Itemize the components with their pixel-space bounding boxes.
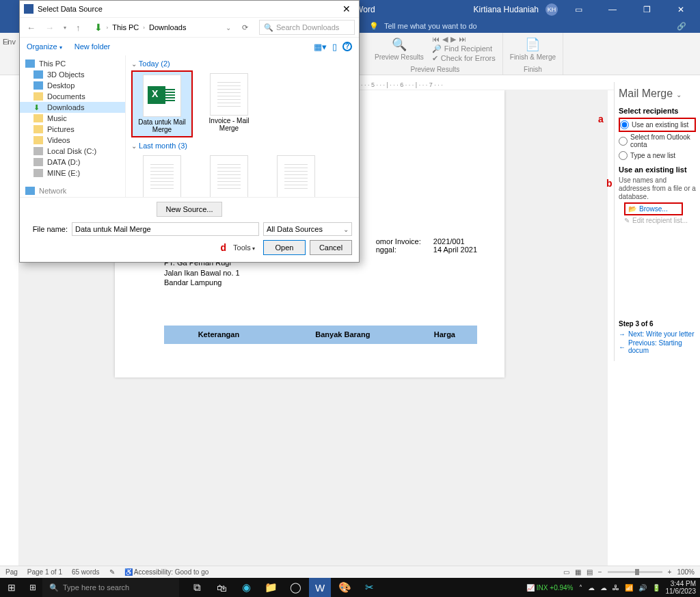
breadcrumb-downloads[interactable]: Downloads <box>149 23 186 31</box>
radio-existing-input[interactable] <box>620 120 629 129</box>
nav-recent-icon[interactable]: ▾ <box>61 25 69 31</box>
snip-icon[interactable]: ✂ <box>358 578 380 597</box>
cancel-button[interactable]: Cancel <box>310 240 352 255</box>
invoice-meta: omor Invoice: nggal: 2021/001 14 April 2… <box>376 237 477 254</box>
start-button[interactable]: ⊞ <box>0 582 23 593</box>
help-icon[interactable]: ? <box>342 42 352 51</box>
task-view-icon[interactable]: ⧉ <box>186 578 208 597</box>
close-icon[interactable]: ✕ <box>667 0 695 19</box>
tree-downloads[interactable]: ⬇Downloads <box>20 102 125 113</box>
next-step-link[interactable]: →Next: Write your letter <box>619 330 696 338</box>
radio-existing-list[interactable]: Use an existing list <box>619 118 696 132</box>
explorer-icon[interactable]: 📁 <box>260 578 282 597</box>
spelling-icon[interactable]: ✎ <box>109 568 115 576</box>
file-lm-1[interactable] <box>131 152 193 197</box>
view-web-icon[interactable]: ▤ <box>587 568 593 576</box>
annotation-a: a <box>598 114 604 124</box>
find-recipient-button[interactable]: 🔎Find Recipient <box>429 44 498 53</box>
dialog-app-icon <box>24 4 33 14</box>
refresh-icon[interactable]: ⟳ <box>238 23 252 32</box>
filename-input[interactable] <box>72 222 259 236</box>
group-today[interactable]: ⌄ Today (2) <box>131 59 353 68</box>
edge-icon[interactable]: ◉ <box>235 578 257 597</box>
nav-up-icon[interactable]: ↑ <box>73 23 83 33</box>
word-taskbar-icon[interactable]: W <box>309 578 331 597</box>
network-icon[interactable]: 🖧 <box>612 584 619 592</box>
dialog-close-button[interactable]: ✕ <box>338 3 355 14</box>
new-source-button[interactable]: New Source... <box>157 202 222 217</box>
view-print-icon[interactable]: ▦ <box>575 568 581 576</box>
zoom-out-icon[interactable]: − <box>598 568 602 576</box>
tree-mine-e[interactable]: MINE (E:) <box>20 168 125 178</box>
open-button[interactable]: Open <box>263 240 306 255</box>
status-words[interactable]: 65 words <box>72 568 100 576</box>
tree-network[interactable]: Network <box>20 185 125 196</box>
radio-outlook-input[interactable] <box>619 137 628 146</box>
restore-icon[interactable]: ❐ <box>633 0 660 19</box>
taskbar-search[interactable]: 🔍 Type here to search <box>42 578 179 597</box>
sound-icon[interactable]: 🔊 <box>638 584 647 592</box>
wifi-icon[interactable]: 📶 <box>625 584 633 592</box>
tree-3dobjects[interactable]: 3D Objects <box>20 69 125 80</box>
tree-thispc[interactable]: This PC <box>20 58 125 69</box>
radio-new-input[interactable] <box>619 151 628 160</box>
tree-pictures[interactable]: Pictures <box>20 124 125 135</box>
view-read-icon[interactable]: ▭ <box>563 568 569 576</box>
radio-new-list[interactable]: Type a new list <box>619 150 696 161</box>
preview-results-button[interactable]: 🔍 Preview Results <box>372 34 427 64</box>
tree-data-d[interactable]: DATA (D:) <box>20 157 125 168</box>
file-lm-3[interactable] <box>265 152 327 197</box>
new-folder-button[interactable]: New folder <box>75 42 111 51</box>
user-avatar[interactable]: KH <box>546 3 558 16</box>
status-accessibility[interactable]: ♿ Accessibility: Good to go <box>124 568 209 576</box>
paint-icon[interactable]: 🎨 <box>334 578 355 597</box>
tree-localdisk[interactable]: Local Disk (C:) <box>20 146 125 157</box>
nav-back-icon[interactable]: ← <box>24 23 38 33</box>
zoom-slider[interactable] <box>608 571 662 573</box>
share-button[interactable]: 🔗 <box>677 22 686 31</box>
browse-link[interactable]: 📂 Browse... <box>624 202 683 215</box>
tellme-text[interactable]: Tell me what you want to do <box>384 22 477 30</box>
zoom-in-icon[interactable]: + <box>668 568 672 576</box>
chevron-down-icon[interactable]: ⌄ <box>676 91 682 98</box>
check-errors-button[interactable]: ✔Check for Errors <box>429 53 498 63</box>
start-secondary-icon[interactable]: ⊞ <box>23 583 42 592</box>
finish-merge-button[interactable]: 📄 Finish & Merge <box>507 34 558 64</box>
file-list[interactable]: c ⌄ Today (2) Data untuk Mail Merge Invo… <box>126 55 359 197</box>
folder-tree[interactable]: This PC 3D Objects Desktop Documents ⬇Do… <box>20 55 126 197</box>
tree-desktop[interactable]: Desktop <box>20 80 125 91</box>
chrome-icon[interactable]: ◯ <box>284 578 306 597</box>
organize-button[interactable]: Organize ▾ <box>27 42 62 51</box>
next-icon: ▶ <box>450 34 456 44</box>
filetype-select[interactable]: All Data Sources⌄ <box>263 222 352 236</box>
breadcrumb-dropdown[interactable]: ⌄ <box>226 24 234 31</box>
weather-icon[interactable]: ☁ <box>600 584 607 592</box>
file-excel-selected[interactable]: Data untuk Mail Merge <box>131 70 193 137</box>
breadcrumb-thispc[interactable]: This PC <box>112 23 139 31</box>
last-icon: ⏭ <box>459 34 466 44</box>
stock-widget[interactable]: 📈 INX +0.94% <box>526 584 573 592</box>
store-icon[interactable]: 🛍 <box>211 578 232 597</box>
view-mode-icon[interactable]: ▦▾ <box>314 42 327 52</box>
tree-videos[interactable]: Videos <box>20 135 125 146</box>
radio-outlook[interactable]: Select from Outlook conta <box>619 132 696 150</box>
dialog-search[interactable]: 🔍 Search Downloads <box>259 20 355 35</box>
taskbar-clock[interactable]: 3:44 PM 11/6/2023 <box>666 580 697 595</box>
prev-step-link[interactable]: ←Previous: Starting docum <box>619 339 696 354</box>
tree-music[interactable]: Music <box>20 113 125 124</box>
status-bar: Pag Page 1 of 1 65 words ✎ ♿ Accessibili… <box>0 566 700 578</box>
status-page[interactable]: Page 1 of 1 <box>27 568 62 576</box>
zoom-percent[interactable]: 100% <box>677 568 695 576</box>
nav-arrows[interactable]: ⏮◀▶⏭ <box>429 34 498 44</box>
tools-button[interactable]: Tools <box>233 243 255 252</box>
onedrive-icon[interactable]: ☁ <box>588 584 595 592</box>
ribbon-display-icon[interactable]: ▭ <box>565 0 592 19</box>
battery-icon[interactable]: 🔋 <box>652 584 660 592</box>
tree-documents[interactable]: Documents <box>20 91 125 102</box>
file-invoice[interactable]: Invoice - Mail Merge <box>198 70 260 137</box>
minimize-icon[interactable]: — <box>599 0 626 19</box>
preview-pane-icon[interactable]: ▯ <box>332 42 337 52</box>
tray-chevron-icon[interactable]: ˄ <box>579 584 582 592</box>
file-lm-2[interactable] <box>198 152 260 197</box>
group-last-month[interactable]: ⌄ Last month (3) <box>131 142 353 150</box>
